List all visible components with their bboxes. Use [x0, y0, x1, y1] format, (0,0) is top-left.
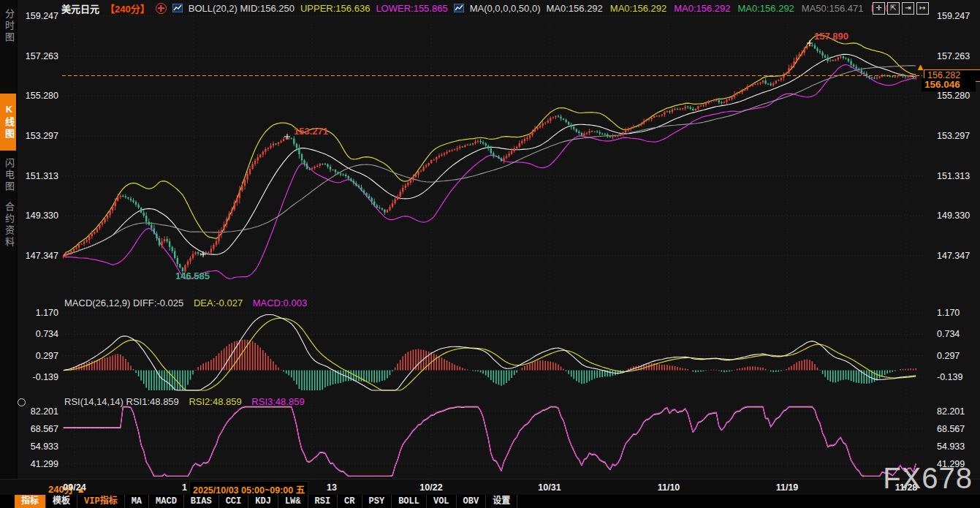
grid-layer — [62, 16, 923, 477]
y-axis-label: -0.139 — [16, 372, 58, 382]
ma-value-label: MA0:156.292 — [674, 3, 730, 14]
symbol-title: 美元日元 — [61, 1, 99, 15]
y-axis-label: 159.247 — [937, 11, 970, 21]
cross-marker — [200, 251, 206, 257]
date-tick-label: 10/22 — [419, 482, 442, 493]
period-badge[interactable]: 【240分】 — [105, 1, 150, 15]
y-axis-label: 82.201 — [16, 406, 58, 417]
price-panel — [64, 35, 916, 279]
ma-value-label: MA0:156.292 — [610, 3, 666, 14]
boll-upper-label: UPPER:156.636 — [300, 3, 370, 14]
y-axis-label: 0.734 — [16, 329, 58, 339]
chart-canvas[interactable] — [0, 0, 980, 508]
toolbar-item-cr[interactable]: CR — [338, 495, 362, 508]
annotation-swing-low: 146.585 — [175, 270, 210, 281]
annotation-swing-high: 153.271 — [294, 126, 328, 137]
toolbar-item-template[interactable]: 模板 — [46, 495, 77, 508]
y-axis-label: 54.933 — [937, 441, 965, 452]
sidebar-item-lightning-chart[interactable]: 闪电图 — [0, 153, 16, 197]
toolbar-item-boll[interactable]: BOLL — [392, 495, 427, 508]
y-axis-label: 151.313 — [16, 171, 58, 181]
annotation-high: 157.890 — [814, 31, 848, 42]
sidebar-item-time-chart[interactable]: 分时图 — [0, 4, 16, 48]
y-axis-label: 41.299 — [937, 459, 965, 469]
pan-right-icon[interactable]: ↦ — [916, 2, 929, 15]
price-alert-arrow-icon: ▲ — [916, 61, 925, 72]
y-axis-label: 153.297 — [16, 131, 58, 141]
macd-value-label: MACD:0.003 — [253, 297, 307, 308]
line-chart-icon — [172, 4, 183, 12]
y-axis-label: 0.734 — [937, 329, 960, 339]
ma-params-label: MA(0,0,0,0,50,0) — [470, 3, 541, 14]
indicator-dot-icon[interactable] — [18, 398, 26, 406]
macd-dea-label: DEA:-0.027 — [194, 297, 243, 308]
date-tick-label: 11/28 — [895, 482, 918, 493]
toolbar-item-vol[interactable]: VOL — [427, 495, 457, 508]
scale-horizontal-icon[interactable]: ⇥ — [902, 2, 914, 15]
date-axis: 240分 ▲ 09/2410/2210/3111/1011/1911/28113… — [0, 479, 980, 496]
line-chart-icon — [454, 4, 464, 12]
chart-window-controls: ✛⇱⇥↦ — [873, 2, 929, 15]
toolbar-item-psy[interactable]: PSY — [362, 495, 392, 508]
pan-tool-icon[interactable]: ✛ — [873, 2, 885, 15]
y-axis-label: 147.347 — [16, 251, 58, 261]
macd-panel-header: MACD(26,12,9) DIFF:-0.025 DEA:-0.027 MAC… — [64, 297, 314, 308]
toolbar-item-settings[interactable]: 设置 — [486, 495, 517, 508]
toolbar-item-ma[interactable]: MA — [125, 495, 149, 508]
boll-values-label: BOLL(20,2) MID:156.250 — [189, 3, 295, 14]
toolbar-item-vip-indicator[interactable]: VIP指标 — [77, 495, 125, 508]
date-tick-label: 09/24 — [63, 482, 86, 493]
y-axis-label: 82.201 — [937, 406, 965, 417]
toolbar-item-bias[interactable]: BIAS — [184, 495, 219, 508]
y-axis-label: 155.280 — [16, 91, 58, 101]
date-tick-fragment: 13 — [327, 482, 337, 493]
y-axis-label: 157.263 — [16, 51, 58, 61]
sidebar-item-contract-info[interactable]: 合约资料 — [0, 197, 16, 253]
y-axis-label: 151.313 — [937, 171, 970, 181]
ma-value-label: MA50:156.471 — [802, 3, 864, 14]
y-axis-label: 159.247 — [16, 11, 58, 21]
left-tab-strip: 分时图K线图闪电图合约资料 — [0, 0, 18, 479]
y-axis-label: 149.330 — [16, 211, 58, 221]
toolbar-item-cci[interactable]: CCI — [219, 495, 249, 508]
alert-plus-icon[interactable] — [156, 3, 167, 14]
toolbar-item-obv[interactable]: OBV — [457, 495, 487, 508]
candles-layer — [63, 43, 917, 275]
rsi-panel — [64, 406, 916, 477]
y-axis-label: 41.299 — [16, 459, 58, 469]
y-axis-label: 147.347 — [937, 251, 970, 261]
rsi2-label: RSI2:48.859 — [189, 396, 241, 407]
y-axis-label: 153.297 — [937, 131, 970, 141]
date-tick-label: 10/31 — [538, 482, 561, 493]
toolbar-item-indicator[interactable]: 指标 — [15, 495, 46, 508]
last-price-label: 156.046 — [922, 78, 976, 91]
chart-header: 美元日元 【240分】 BOLL(20,2) MID:156.250 UPPER… — [61, 1, 898, 15]
y-axis-label: 155.280 — [937, 91, 970, 101]
y-axis-label: 68.567 — [16, 424, 58, 434]
rsi3-label: RSI3:48.859 — [251, 396, 304, 407]
toolbar-item-lw[interactable]: LW& — [278, 495, 308, 508]
toolbar-item-rsi[interactable]: RSI — [308, 495, 338, 508]
indicator-toolbar: 指标模板VIP指标MAMACDBIASCCIKDJLW&RSICRPSYBOLL… — [0, 495, 980, 508]
y-axis-label: 0.297 — [16, 351, 58, 361]
ma-values: MA0:156.292MA0:156.292MA0:156.292MA0:156… — [546, 3, 898, 14]
y-axis-label: 54.933 — [16, 441, 58, 452]
y-axis-label: 68.567 — [937, 424, 965, 434]
macd-diff-label: MACD(26,12,9) DIFF:-0.025 — [64, 297, 183, 308]
ma-value-label: MA0:156.292 — [546, 3, 602, 14]
y-axis-label: 1.170 — [937, 308, 960, 318]
y-axis-label: 0.297 — [937, 351, 960, 361]
toolbar-item-macd[interactable]: MACD — [149, 495, 184, 508]
date-tick-label: 11/19 — [776, 482, 799, 493]
y-axis-label: 157.263 — [937, 51, 970, 61]
toolbar-item-kdj[interactable]: KDJ — [248, 495, 278, 508]
date-tick-fragment: 1 — [182, 482, 187, 493]
y-axis-label: -0.139 — [937, 372, 962, 382]
ma-value-label: MA0:156.292 — [738, 3, 794, 14]
scale-vertical-icon[interactable]: ⇱ — [887, 2, 900, 15]
y-axis-label: 1.170 — [16, 308, 58, 318]
trading-terminal-window: 分时图K线图闪电图合约资料 美元日元 【240分】 BOLL(20,2) MID… — [0, 0, 980, 508]
y-axis-label: 149.330 — [937, 211, 970, 221]
rsi-panel-header: RSI(14,14,14) RSI1:48.859 RSI2:48.859 RS… — [64, 396, 312, 407]
sidebar-item-kline-chart[interactable]: K线图 — [0, 94, 16, 151]
